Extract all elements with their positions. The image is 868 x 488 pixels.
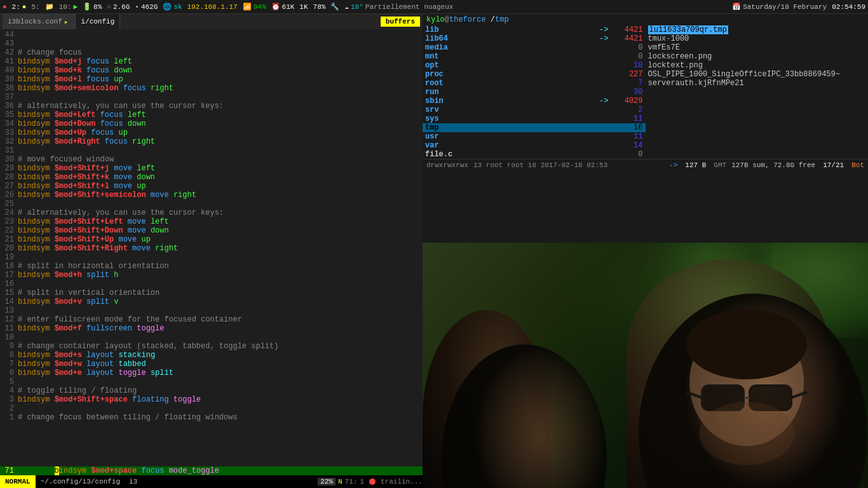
status-filetype: i3 xyxy=(125,478,141,485)
line-content: bindsym $mod+Shift+k move down xyxy=(18,173,423,182)
code-line: 6bindsym $mod+e layout toggle split xyxy=(0,369,423,377)
line-number: 41 xyxy=(0,57,18,66)
line-content: # split in horizontal orientation xyxy=(18,262,423,271)
fb-entry-size: 10 xyxy=(611,61,643,70)
status-indicator-dot xyxy=(369,478,376,485)
line-content xyxy=(18,200,423,208)
line-content: bindsym $mod+Shift+Right move right xyxy=(18,244,423,253)
line-number: 26 xyxy=(0,191,18,200)
code-line: 28bindsym $mod+Shift+k move down xyxy=(0,173,423,182)
cal-icon: 📅 xyxy=(732,3,741,11)
fb-entry[interactable]: file.c0 xyxy=(423,150,646,159)
ram-icon: ○ xyxy=(107,3,111,11)
fb-entry[interactable]: lib64-> 4421 xyxy=(423,34,646,43)
editor-content[interactable]: 44 43 42# change focus41bindsym $mod+j f… xyxy=(0,29,423,466)
fb-entry[interactable]: run30 xyxy=(423,88,646,97)
fb-entry-name: run xyxy=(425,88,611,97)
fb-at: @ xyxy=(445,15,449,24)
fb-footer-gmt: GMT xyxy=(714,161,726,170)
time-item: 02:54:59 xyxy=(832,3,865,11)
tab-i3blocks-label: i3blocks.conf xyxy=(8,18,62,25)
fb-entry-name: sys xyxy=(425,114,611,123)
fb-right-value: lu11633a709qr.tmp xyxy=(648,25,728,34)
fb-entry[interactable]: root7 xyxy=(423,79,646,88)
line-content xyxy=(18,39,423,48)
fb-entry-size: 14 xyxy=(611,141,643,150)
fb-footer-details: 13 root root 16 2017-02-18 02:53 xyxy=(473,161,664,170)
line-number: 27 xyxy=(0,182,18,191)
fb-entry[interactable]: tmp16 xyxy=(423,123,646,132)
fb-footer-bot: Bot xyxy=(851,161,864,170)
fb-entry-name: srv xyxy=(425,105,611,114)
play-icon: ▶ xyxy=(73,3,78,11)
line-number: 8 xyxy=(0,351,18,360)
line-content xyxy=(18,306,423,315)
code-line: 4# toggle tiling / floating xyxy=(0,386,423,395)
workspace-2[interactable]: 2: ● xyxy=(12,3,27,11)
workspace-5[interactable]: 5: xyxy=(31,3,39,11)
fb-entry[interactable]: sbin-> 4029 xyxy=(423,97,646,105)
ip-value: 192.168.1.17 xyxy=(187,3,238,11)
workspace-folder[interactable]: 📁 xyxy=(45,3,54,11)
line-number: 20 xyxy=(0,244,18,253)
line-content: bindsym $mod+k focus down xyxy=(18,66,423,75)
workspace-1[interactable]: ● xyxy=(3,3,7,11)
tab-arrow-icon: ▸ xyxy=(64,18,69,26)
fb-entry-name: file.c xyxy=(425,150,611,159)
temp-value: 18° xyxy=(351,3,363,11)
ram-item: ○ 2.6G xyxy=(107,3,130,11)
status-right-group: 22% N 71: 1 trailin... xyxy=(318,478,423,485)
battery-item: 🔋 8% xyxy=(83,3,102,11)
fb-entry[interactable]: opt10 xyxy=(423,61,646,70)
line-number: 28 xyxy=(0,173,18,182)
wifi-pct: 94% xyxy=(254,3,266,11)
wrench-icon: 🔧 xyxy=(330,3,339,11)
fb-entry-name: proc xyxy=(425,70,611,79)
wifi-item: 📶 94% xyxy=(243,3,266,11)
tab-iconfig[interactable]: i/config xyxy=(76,14,120,29)
fb-entry-name: sbin xyxy=(425,97,586,105)
fb-entry[interactable]: lib-> 4421 xyxy=(423,25,646,34)
fb-user: kylo xyxy=(426,15,445,24)
fb-entry[interactable]: mnt0 xyxy=(423,52,646,61)
workspace-10[interactable]: 10: ▶ xyxy=(59,3,78,11)
fb-footer-sum: 127B sum, 72.8G free xyxy=(731,161,815,170)
wrench-item: 🔧 xyxy=(330,3,339,11)
fb-entry[interactable]: media0 xyxy=(423,43,646,52)
line-content: bindsym $mod+e layout toggle split xyxy=(18,369,423,377)
fb-entry-name: usr xyxy=(425,132,611,141)
code-line: 8bindsym $mod+s layout stacking xyxy=(0,351,423,360)
line-number: 5 xyxy=(0,377,18,386)
tab-i3blocks[interactable]: i3blocks.conf ▸ xyxy=(3,14,76,29)
line-content: # alternatively, you can use the cursor … xyxy=(18,102,423,111)
fb-entry[interactable]: usr11 xyxy=(423,132,646,141)
file-browser[interactable]: kylo@theforce /tmp lib-> 4421lib64-> 442… xyxy=(423,14,868,243)
fb-entry-arrow: -> xyxy=(586,97,611,105)
fb-header: kylo@theforce /tmp xyxy=(423,14,868,25)
fb-entry-size: 11 xyxy=(611,132,643,141)
line-number: 7 xyxy=(0,360,18,369)
line-number: 32 xyxy=(0,137,18,146)
code-line: 30# move focused window xyxy=(0,155,423,164)
fb-entry[interactable]: proc227 xyxy=(423,70,646,79)
line-content: bindsym $mod+Right focus right xyxy=(18,137,423,146)
globe-icon: 🌐 xyxy=(163,3,172,11)
code-line: 21bindsym $mod+Shift+Up move up xyxy=(0,235,423,244)
line-number: 19 xyxy=(0,253,18,262)
line-content: bindsym $mod+semicolon focus right xyxy=(18,84,423,93)
fb-two-col: lib-> 4421lib64-> 4421media0mnt0opt10pro… xyxy=(423,25,868,159)
fb-entry[interactable]: srv2 xyxy=(423,105,646,114)
cpu-item: ⏰ 61K xyxy=(271,3,295,11)
editor-panel: i3blocks.conf ▸ i/config buffers 44 43 4… xyxy=(0,14,423,488)
fb-entry[interactable]: var14 xyxy=(423,141,646,150)
fb-entry[interactable]: sys11 xyxy=(423,114,646,123)
line-number: 17 xyxy=(0,271,18,280)
line-content xyxy=(18,253,423,262)
tab-buffers[interactable]: buffers xyxy=(381,17,420,27)
fb-right-entry: vmfEs7E xyxy=(646,43,869,52)
scene-svg xyxy=(423,243,868,488)
cpu-value: 61K xyxy=(282,3,295,11)
workspace-5-label: 5: xyxy=(31,3,39,11)
brightness-item: 78% xyxy=(313,3,326,11)
code-line: 5 xyxy=(0,377,423,386)
